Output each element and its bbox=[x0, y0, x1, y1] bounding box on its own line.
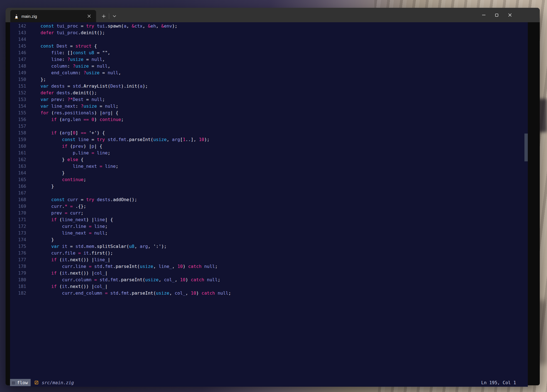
code-text: curr.end_column = std.fmt.parseInt(usize… bbox=[30, 290, 231, 297]
code-line: 171 if (line_next) |line| { bbox=[10, 216, 528, 223]
code-line: 169 curr.* = .{}; bbox=[10, 203, 528, 210]
code-line: 153 var prev: ?*Dest = null; bbox=[10, 96, 528, 103]
line-number: 145 bbox=[10, 43, 26, 50]
code-line: 164 } bbox=[10, 170, 528, 176]
line-number: 157 bbox=[10, 123, 26, 130]
code-text: for (res.positionals) |arg| { bbox=[30, 110, 118, 116]
code-line: 151 var dests = std.ArrayList(Dest).init… bbox=[10, 83, 528, 90]
line-number: 162 bbox=[10, 156, 26, 163]
code-line: 154 var line_next: ?usize = null; bbox=[10, 103, 528, 110]
document-icon: ▤ bbox=[12, 381, 15, 385]
tab-close-button[interactable] bbox=[85, 12, 93, 20]
line-number: 180 bbox=[10, 277, 26, 283]
minimize-button[interactable] bbox=[477, 8, 490, 22]
code-line: 147 line: ?usize = null, bbox=[10, 56, 528, 63]
code-line: 166 } bbox=[10, 183, 528, 190]
line-number: 168 bbox=[10, 196, 26, 203]
code-text: if (it.next()) |line_| bbox=[30, 257, 110, 263]
line-number: 167 bbox=[10, 190, 26, 196]
editor-mode-chip[interactable]: ▤ flow bbox=[10, 379, 31, 386]
line-number: 150 bbox=[10, 76, 26, 83]
line-number: 181 bbox=[10, 283, 26, 290]
line-number: 144 bbox=[10, 36, 26, 43]
code-text: } bbox=[30, 236, 54, 243]
code-line: 175 var it = std.mem.splitScalar(u8, arg… bbox=[10, 243, 528, 250]
code-line: 177 if (it.next()) |line_| bbox=[10, 257, 528, 263]
code-line: 176 curr.file = it.first(); bbox=[10, 250, 528, 257]
code-lines: 142 const tui_proc = try tui.spawn(a, &c… bbox=[10, 23, 528, 297]
code-text: if (line_next) |line| { bbox=[30, 216, 113, 223]
code-text: line: ?usize = null, bbox=[30, 56, 105, 63]
line-number: 182 bbox=[10, 290, 26, 297]
code-line: 143 defer tui_proc.deinit(); bbox=[10, 29, 528, 36]
line-number: 174 bbox=[10, 236, 26, 243]
new-tab-button[interactable] bbox=[99, 12, 108, 20]
code-line: 174 } bbox=[10, 236, 528, 243]
code-text: } bbox=[30, 183, 54, 190]
code-line: 146 file: []const u8 = "", bbox=[10, 50, 528, 56]
file-path: src/main.zig bbox=[42, 380, 74, 385]
code-text: if (prev) |p| { bbox=[30, 143, 102, 150]
code-text: var line_next: ?usize = null; bbox=[30, 103, 118, 110]
code-text: line_next = line; bbox=[30, 163, 118, 170]
maximize-button[interactable] bbox=[490, 8, 503, 22]
code-text: }; bbox=[30, 76, 46, 83]
titlebar[interactable]: main.zig bbox=[6, 8, 540, 22]
line-number: 173 bbox=[10, 230, 26, 236]
code-line: 160 if (prev) |p| { bbox=[10, 143, 528, 150]
code-line: 158 if (arg[0] == '+') { bbox=[10, 130, 528, 136]
line-number: 172 bbox=[10, 223, 26, 230]
close-button[interactable] bbox=[503, 8, 516, 22]
code-line: 182 curr.end_column = std.fmt.parseInt(u… bbox=[10, 290, 528, 297]
code-text: defer dests.deinit(); bbox=[30, 90, 97, 96]
code-text: curr.column = std.fmt.parseInt(usize, co… bbox=[30, 277, 220, 283]
tab-dropdown-button[interactable] bbox=[110, 12, 119, 20]
statusbar: ▤ flow src/main.zig Ln 195, Col 1 bbox=[10, 378, 528, 387]
code-line: 170 prev = curr; bbox=[10, 210, 528, 216]
line-number: 142 bbox=[10, 23, 26, 29]
code-text: line_next = null; bbox=[30, 230, 108, 236]
terminal-window: main.zig 142 con bbox=[6, 8, 540, 385]
tux-penguin-icon bbox=[14, 14, 19, 19]
code-line: 181 if (it.next()) |col_| bbox=[10, 283, 528, 290]
code-text: if (it.next()) |col_| bbox=[30, 270, 108, 277]
code-text: } bbox=[30, 170, 65, 176]
line-number: 146 bbox=[10, 50, 26, 56]
code-line: 144 bbox=[10, 36, 528, 43]
code-text: curr.* = .{}; bbox=[30, 203, 86, 210]
code-line: 161 p.line = line; bbox=[10, 150, 528, 156]
code-line: 173 line_next = null; bbox=[10, 230, 528, 236]
line-number: 165 bbox=[10, 176, 26, 183]
code-text: var prev: ?*Dest = null; bbox=[30, 96, 105, 103]
line-number: 154 bbox=[10, 103, 26, 110]
code-text: curr.line = std.fmt.parseInt(usize, line… bbox=[30, 263, 218, 270]
line-number: 153 bbox=[10, 96, 26, 103]
line-number: 169 bbox=[10, 203, 26, 210]
code-line: 156 if (arg.len == 0) continue; bbox=[10, 116, 528, 123]
code-line: 178 curr.line = std.fmt.parseInt(usize, … bbox=[10, 263, 528, 270]
code-line: 157 bbox=[10, 123, 528, 130]
scrollbar-thumb[interactable] bbox=[524, 134, 528, 161]
code-line: 152 defer dests.deinit(); bbox=[10, 90, 528, 96]
code-line: 162 } else { bbox=[10, 156, 528, 163]
line-number: 156 bbox=[10, 116, 26, 123]
line-number: 178 bbox=[10, 263, 26, 270]
code-line: 148 column: ?usize = null, bbox=[10, 63, 528, 70]
modified-icon bbox=[35, 381, 38, 384]
code-text: end_column: ?usize = null, bbox=[30, 70, 121, 76]
code-text: const tui_proc = try tui.spawn(a, &ctx, … bbox=[30, 23, 177, 29]
line-number: 148 bbox=[10, 63, 26, 70]
code-text: prev = curr; bbox=[30, 210, 84, 216]
line-number: 176 bbox=[10, 250, 26, 257]
line-number: 147 bbox=[10, 56, 26, 63]
line-number: 171 bbox=[10, 216, 26, 223]
code-line: 179 if (it.next()) |col_| bbox=[10, 270, 528, 277]
code-line: 168 const curr = try dests.addOne(); bbox=[10, 196, 528, 203]
code-text: if (arg[0] == '+') { bbox=[30, 130, 105, 136]
line-number: 164 bbox=[10, 170, 26, 176]
line-number: 177 bbox=[10, 257, 26, 263]
tab-main-zig[interactable]: main.zig bbox=[10, 10, 96, 22]
code-text: var dests = std.ArrayList(Dest).init(a); bbox=[30, 83, 148, 90]
code-text: file: []const u8 = "", bbox=[30, 50, 110, 56]
line-number: 166 bbox=[10, 183, 26, 190]
